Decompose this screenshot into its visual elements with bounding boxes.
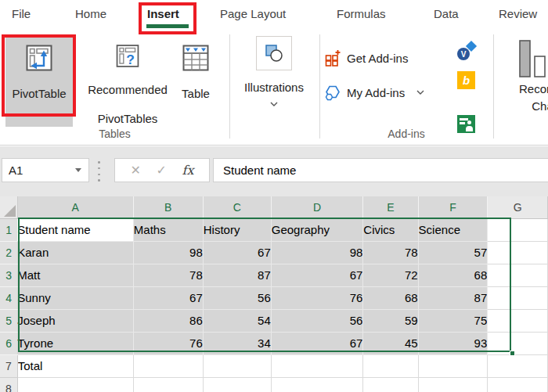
column-header-A[interactable]: A — [17, 196, 133, 218]
column-header-F[interactable]: F — [418, 196, 488, 218]
cell-D1[interactable]: Geography — [271, 218, 363, 241]
cell-F2[interactable]: 57 — [418, 241, 488, 264]
formula-buttons-box: ✕ ✓ fx — [114, 158, 210, 182]
row-header-8[interactable]: 8 — [0, 377, 17, 392]
column-header-D[interactable]: D — [271, 196, 363, 218]
formula-bar-drag-dots[interactable] — [98, 161, 100, 182]
tab-page-layout[interactable]: Page Layout — [220, 0, 286, 28]
cell-E3[interactable]: 72 — [363, 264, 418, 286]
cell-G2[interactable] — [488, 241, 548, 264]
illustrations-button[interactable]: Illustrations — [244, 35, 304, 137]
cell-F8[interactable] — [418, 377, 488, 392]
column-header-G[interactable]: G — [488, 196, 548, 218]
cell-E1[interactable]: Civics — [363, 218, 418, 241]
cell-C2[interactable]: 67 — [203, 241, 271, 264]
column-header-E[interactable]: E — [363, 196, 418, 218]
cell-F1[interactable]: Science — [418, 218, 488, 241]
name-box-dropdown-icon[interactable] — [75, 168, 81, 172]
cell-F6[interactable]: 93 — [418, 332, 488, 354]
cell-A2[interactable]: Karan — [17, 241, 133, 264]
visio-addin-icon[interactable]: V — [457, 42, 475, 60]
cell-B6[interactable]: 76 — [133, 332, 203, 354]
cell-E4[interactable]: 68 — [363, 286, 418, 309]
my-addins-button[interactable]: My Add-ins — [324, 80, 424, 105]
cell-C7[interactable] — [203, 354, 271, 377]
tab-data[interactable]: Data — [434, 0, 459, 28]
cell-D2[interactable]: 98 — [271, 241, 363, 264]
tab-home[interactable]: Home — [75, 0, 106, 28]
cell-B3[interactable]: 78 — [133, 264, 203, 286]
cell-G3[interactable] — [488, 264, 548, 286]
cell-G5[interactable] — [488, 309, 548, 332]
cell-B1[interactable]: Maths — [133, 218, 203, 241]
row-header-1[interactable]: 1 — [0, 218, 17, 241]
tab-formulas[interactable]: Formulas — [337, 0, 386, 28]
cell-A5[interactable]: Joseph — [17, 309, 133, 332]
insert-function-icon[interactable]: fx — [182, 163, 193, 178]
cell-G6[interactable] — [488, 332, 548, 354]
recommended-charts-button[interactable]: Recomm Cha — [493, 35, 548, 137]
tab-file[interactable]: File — [12, 0, 31, 28]
row-header-3[interactable]: 3 — [0, 264, 17, 286]
column-header-B[interactable]: B — [133, 196, 203, 218]
cell-A4[interactable]: Sunny — [17, 286, 133, 309]
my-addins-icon — [324, 84, 341, 101]
column-header-C[interactable]: C — [203, 196, 271, 218]
illustrations-icon-box — [256, 36, 292, 70]
cell-G7[interactable] — [488, 354, 548, 377]
cell-B2[interactable]: 98 — [133, 241, 203, 264]
cell-C4[interactable]: 56 — [203, 286, 271, 309]
tab-review[interactable]: Review — [499, 0, 537, 28]
cell-D3[interactable]: 67 — [271, 264, 363, 286]
cell-A6[interactable]: Tyrone — [17, 332, 133, 354]
fill-handle[interactable] — [510, 351, 515, 356]
cell-D4[interactable]: 76 — [271, 286, 363, 309]
cell-D7[interactable] — [271, 354, 363, 377]
chevron-down-icon[interactable] — [270, 102, 278, 106]
bing-maps-addin-icon[interactable]: b — [457, 71, 475, 89]
cell-B8[interactable] — [133, 377, 203, 392]
cell-C1[interactable]: History — [203, 218, 271, 241]
recommended-pivottables-button[interactable]: ? Recommended PivotTables — [78, 35, 178, 127]
cell-B5[interactable]: 86 — [133, 309, 203, 332]
cell-F3[interactable]: 68 — [418, 264, 488, 286]
formula-input[interactable]: Student name — [213, 158, 548, 182]
row-header-6[interactable]: 6 — [0, 332, 17, 354]
cell-B4[interactable]: 67 — [133, 286, 203, 309]
cell-E2[interactable]: 78 — [363, 241, 418, 264]
cell-E8[interactable] — [363, 377, 418, 392]
cell-A8[interactable] — [17, 377, 133, 392]
name-box[interactable]: A1 — [2, 158, 89, 182]
cell-F7[interactable] — [418, 354, 488, 377]
cell-D6[interactable]: 67 — [271, 332, 363, 354]
cell-E7[interactable] — [363, 354, 418, 377]
row-header-2[interactable]: 2 — [0, 241, 17, 264]
cell-A1[interactable]: Student name — [17, 218, 133, 241]
cell-F4[interactable]: 87 — [418, 286, 488, 309]
table-button[interactable]: Table — [175, 35, 216, 127]
cell-B7[interactable] — [133, 354, 203, 377]
people-graph-person-head — [467, 120, 471, 124]
enter-icon[interactable]: ✓ — [157, 163, 167, 178]
cell-A7[interactable]: Total — [17, 354, 133, 377]
cell-D8[interactable] — [271, 377, 363, 392]
cell-C8[interactable] — [203, 377, 271, 392]
row-header-5[interactable]: 5 — [0, 309, 17, 332]
cell-C3[interactable]: 87 — [203, 264, 271, 286]
select-all-button[interactable] — [0, 196, 17, 218]
cell-E6[interactable]: 45 — [363, 332, 418, 354]
row-header-7[interactable]: 7 — [0, 354, 17, 377]
cell-A3[interactable]: Matt — [17, 264, 133, 286]
cancel-icon[interactable]: ✕ — [131, 163, 141, 178]
cell-C6[interactable]: 34 — [203, 332, 271, 354]
cell-G1[interactable] — [488, 218, 548, 241]
cell-G4[interactable] — [488, 286, 548, 309]
cell-D5[interactable]: 56 — [271, 309, 363, 332]
cell-G8[interactable] — [488, 377, 548, 392]
chevron-down-icon[interactable] — [416, 90, 424, 95]
cell-F5[interactable]: 75 — [418, 309, 488, 332]
row-header-4[interactable]: 4 — [0, 286, 17, 309]
cell-E5[interactable]: 59 — [363, 309, 418, 332]
get-addins-button[interactable]: Get Add-ins — [324, 45, 408, 70]
cell-C5[interactable]: 54 — [203, 309, 271, 332]
